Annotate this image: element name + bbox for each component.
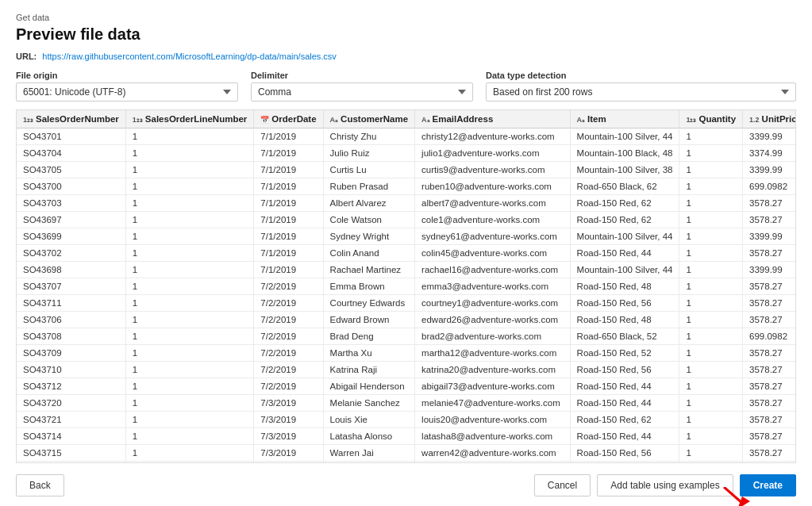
table-cell: 7/3/2019 — [254, 445, 323, 462]
table-row: SO4370517/1/2019Curtis Lucurtis9@adventu… — [17, 162, 796, 178]
table-cell: 3578.27 — [743, 462, 796, 464]
table-cell: 7/3/2019 — [254, 412, 323, 428]
table-row: SO4370717/2/2019Emma Brownemma3@adventur… — [17, 278, 796, 295]
table-cell: SO43710 — [17, 362, 125, 378]
table-cell: Louis Xie — [323, 412, 415, 428]
table-cell: 1 — [125, 462, 253, 464]
data-type-select[interactable]: Based on first 200 rows — [486, 82, 796, 102]
table-cell: 7/1/2019 — [254, 162, 323, 178]
table-cell: 3578.27 — [743, 345, 796, 362]
page-container: Get data Preview file data URL: https://… — [0, 0, 812, 506]
table-cell: 1 — [679, 328, 743, 345]
table-cell: Road-150 Red, 44 — [570, 428, 679, 445]
table-cell: Sydney Wright — [323, 228, 415, 245]
table-cell: abigail73@adventure-works.com — [415, 378, 571, 395]
table-cell: SO43721 — [17, 412, 125, 428]
file-origin-group: File origin 65001: Unicode (UTF-8) — [16, 71, 238, 102]
table-cell: 3399.99 — [743, 162, 796, 178]
table-cell: 3578.27 — [743, 412, 796, 428]
table-cell: 7/1/2019 — [254, 195, 323, 212]
table-cell: Road-150 Red, 52 — [570, 345, 679, 362]
table-cell: SO43700 — [17, 178, 125, 195]
table-cell: warren42@adventure-works.com — [415, 445, 571, 462]
table-cell: SO43698 — [17, 262, 125, 278]
table-row: SO4370417/1/2019Julio Ruizjulio1@adventu… — [17, 145, 796, 162]
cancel-button[interactable]: Cancel — [534, 474, 591, 496]
column-header-unitprice: 1.2UnitPrice — [743, 110, 796, 128]
table-row: SO4370017/1/2019Ruben Prasadruben10@adve… — [17, 178, 796, 195]
table-cell: 7/3/2019 — [254, 428, 323, 445]
table-cell: 3578.27 — [743, 245, 796, 262]
table-body: SO4370117/1/2019Christy Zhuchristy12@adv… — [17, 128, 796, 464]
table-cell: 7/1/2019 — [254, 212, 323, 228]
table-cell: Colin Anand — [323, 245, 415, 262]
table-row: SO4369917/1/2019Sydney Wrightsydney61@ad… — [17, 228, 796, 245]
table-cell: 3578.27 — [743, 295, 796, 312]
table-cell: SO43705 — [17, 162, 125, 178]
delimiter-select[interactable]: Comma — [251, 82, 473, 102]
table-cell: Cole Watson — [323, 212, 415, 228]
table-cell: 3578.27 — [743, 195, 796, 212]
table-cell: 7/2/2019 — [254, 345, 323, 362]
column-header-emailaddress: AₐEmailAddress — [415, 110, 571, 128]
table-cell: Warren Jai — [323, 445, 415, 462]
table-cell: 7/2/2019 — [254, 378, 323, 395]
add-table-button[interactable]: Add table using examples — [597, 474, 733, 496]
table-cell: 1 — [679, 278, 743, 295]
table-cell: 3399.99 — [743, 228, 796, 245]
table-cell: SO43701 — [17, 128, 125, 145]
table-cell: 3578.27 — [743, 212, 796, 228]
table-row: SO4370817/2/2019Brad Dengbrad2@adventure… — [17, 328, 796, 345]
table-row: SO4370917/2/2019Martha Xumartha12@advent… — [17, 345, 796, 362]
table-cell: louis20@adventure-works.com — [415, 412, 571, 428]
table-cell: Mountain-100 Silver, 44 — [570, 228, 679, 245]
table-cell: 1 — [125, 345, 253, 362]
table-cell: 7/1/2019 — [254, 245, 323, 262]
table-cell: 3578.27 — [743, 445, 796, 462]
column-header-customername: AₐCustomerName — [323, 110, 415, 128]
table-row: SO4372017/3/2019Melanie Sanchezmelanie47… — [17, 395, 796, 412]
table-cell: Curtis Lu — [323, 162, 415, 178]
page-title: Preview file data — [16, 25, 796, 44]
table-cell: Road-150 Red, 62 — [570, 412, 679, 428]
url-value: https://raw.githubusercontent.com/Micros… — [42, 52, 337, 61]
table-cell: 1 — [125, 278, 253, 295]
table-row: SO4371617/3/2019Jonathon Gutierrezjonath… — [17, 462, 796, 464]
file-origin-select[interactable]: 65001: Unicode (UTF-8) — [16, 82, 238, 102]
table-cell: 1 — [125, 362, 253, 378]
table-cell: 1 — [679, 162, 743, 178]
table-cell: katrina20@adventure-works.com — [415, 362, 571, 378]
table-cell: 1 — [125, 212, 253, 228]
table-cell: 7/1/2019 — [254, 228, 323, 245]
table-cell: Emma Brown — [323, 278, 415, 295]
table-cell: 1 — [125, 428, 253, 445]
back-button[interactable]: Back — [16, 474, 64, 496]
table-cell: 1 — [679, 212, 743, 228]
table-cell: Melanie Sanchez — [323, 395, 415, 412]
table-row: SO4370217/1/2019Colin Anandcolin45@adven… — [17, 245, 796, 262]
table-cell: Albert Alvarez — [323, 195, 415, 212]
column-header-orderdate: 📅OrderDate — [254, 110, 323, 128]
table-cell: 1 — [679, 428, 743, 445]
table-cell: 1 — [679, 178, 743, 195]
table-cell: christy12@adventure-works.com — [415, 128, 571, 145]
table-cell: Courtney Edwards — [323, 295, 415, 312]
table-cell: SO43707 — [17, 278, 125, 295]
table-cell: 7/1/2019 — [254, 128, 323, 145]
table-cell: Latasha Alonso — [323, 428, 415, 445]
table-cell: curtis9@adventure-works.com — [415, 162, 571, 178]
table-cell: albert7@adventure-works.com — [415, 195, 571, 212]
column-header-salesordernumber: 1₂₃SalesOrderNumber — [17, 110, 125, 128]
table-cell: Katrina Raji — [323, 362, 415, 378]
footer-left: Back — [16, 474, 64, 496]
footer-right: Cancel Add table using examples Create — [534, 474, 796, 496]
table-cell: sydney61@adventure-works.com — [415, 228, 571, 245]
table-cell: 1 — [125, 378, 253, 395]
table-cell: Ruben Prasad — [323, 178, 415, 195]
table-cell: Road-650 Black, 52 — [570, 328, 679, 345]
table-cell: Road-650 Black, 62 — [570, 178, 679, 195]
table-cell: edward26@adventure-works.com — [415, 312, 571, 328]
table-cell: courtney1@adventure-works.com — [415, 295, 571, 312]
table-cell: Christy Zhu — [323, 128, 415, 145]
table-cell: SO43711 — [17, 295, 125, 312]
